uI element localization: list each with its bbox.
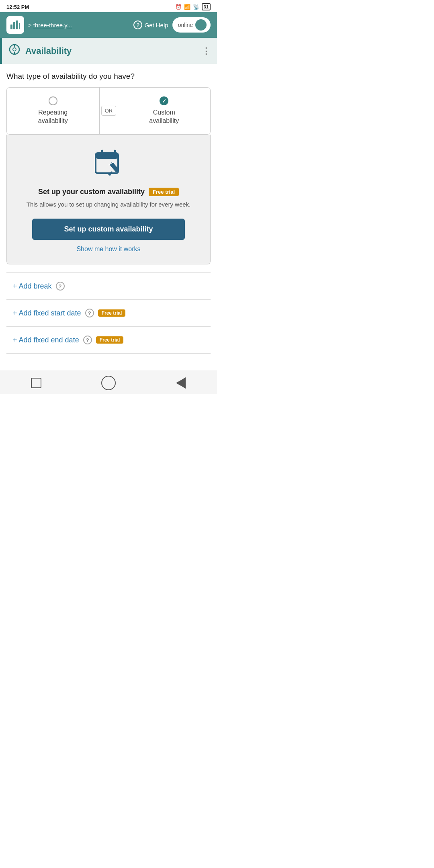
breadcrumb-arrow: > <box>28 22 32 29</box>
or-divider: OR <box>100 106 118 116</box>
kebab-menu-button[interactable]: ⋮ <box>202 46 211 56</box>
free-trial-badge-start: Free trial <box>98 309 126 317</box>
custom-label: Customavailability <box>149 108 179 125</box>
add-break-label[interactable]: + Add break <box>13 282 52 291</box>
breadcrumb-link[interactable]: three-three.y... <box>33 22 72 29</box>
calendar-edit-icon <box>92 147 125 179</box>
custom-heading-text: Set up your custom availability <box>38 188 145 196</box>
availability-icon <box>8 43 20 58</box>
topnav: > three-three.y... ? Get Help online <box>0 12 217 38</box>
calendar-icon-wrap <box>92 147 125 180</box>
add-end-date-label[interactable]: + Add fixed end date <box>13 336 79 344</box>
toggle-label: online <box>178 22 193 28</box>
signal-icon: 📶 <box>184 4 190 10</box>
wifi-icon: 📡 <box>193 4 199 10</box>
status-icons: ⏰ 📶 📡 31 <box>175 3 211 10</box>
custom-description: This allows you to set up changing avail… <box>27 200 191 209</box>
custom-availability-option[interactable]: Customavailability <box>118 88 211 134</box>
add-end-date-row[interactable]: + Add fixed end date ? Free trial <box>6 327 211 353</box>
svg-rect-3 <box>19 23 20 29</box>
back-button[interactable] <box>174 376 188 390</box>
toggle-knob <box>195 19 207 31</box>
breadcrumb: > three-three.y... <box>28 22 129 29</box>
help-label: Get Help <box>144 22 168 29</box>
status-time: 12:52 PM <box>6 4 29 10</box>
add-break-help-icon[interactable]: ? <box>56 282 65 291</box>
show-how-link[interactable]: Show me how it works <box>76 246 140 253</box>
home-button[interactable] <box>29 376 43 390</box>
triangle-icon <box>176 377 186 389</box>
page-header: Availability ⋮ <box>0 38 217 64</box>
free-trial-badge-end: Free trial <box>96 336 124 344</box>
main-content: What type of availability do you have? R… <box>0 64 217 362</box>
page-title: Availability <box>25 46 72 56</box>
circle-button[interactable] <box>101 376 116 390</box>
status-bar: 12:52 PM ⏰ 📶 📡 31 <box>0 0 217 12</box>
repeating-availability-option[interactable]: Repeatingavailability <box>7 88 100 134</box>
availability-question: What type of availability do you have? <box>6 72 211 81</box>
alarm-icon: ⏰ <box>175 4 182 10</box>
divider-4 <box>6 353 211 354</box>
availability-type-selector: Repeatingavailability OR Customavailabil… <box>6 87 211 135</box>
repeating-label: Repeatingavailability <box>38 108 68 125</box>
repeating-radio[interactable] <box>49 96 57 105</box>
help-button[interactable]: ? Get Help <box>133 20 168 29</box>
svg-rect-0 <box>10 25 12 29</box>
custom-panel: Set up your custom availability Free tri… <box>6 135 211 265</box>
square-icon <box>31 378 41 388</box>
bottom-nav <box>0 370 217 394</box>
add-end-help-icon[interactable]: ? <box>83 336 92 344</box>
add-start-help-icon[interactable]: ? <box>85 309 94 317</box>
circle-icon <box>101 376 116 390</box>
or-text: OR <box>101 106 117 116</box>
online-toggle[interactable]: online <box>172 17 211 33</box>
logo <box>6 16 24 34</box>
svg-rect-1 <box>13 22 15 29</box>
svg-point-5 <box>13 48 16 51</box>
add-break-row[interactable]: + Add break ? <box>6 273 211 299</box>
custom-radio[interactable] <box>160 96 168 105</box>
battery-icon: 31 <box>202 3 211 10</box>
add-start-date-label[interactable]: + Add fixed start date <box>13 309 81 317</box>
setup-custom-availability-button[interactable]: Set up custom availability <box>32 219 185 240</box>
custom-heading: Set up your custom availability Free tri… <box>38 188 179 196</box>
svg-rect-2 <box>16 20 18 29</box>
help-icon: ? <box>133 20 142 29</box>
add-start-date-row[interactable]: + Add fixed start date ? Free trial <box>6 300 211 326</box>
free-trial-badge-heading: Free trial <box>149 188 179 196</box>
logo-icon <box>9 19 21 31</box>
